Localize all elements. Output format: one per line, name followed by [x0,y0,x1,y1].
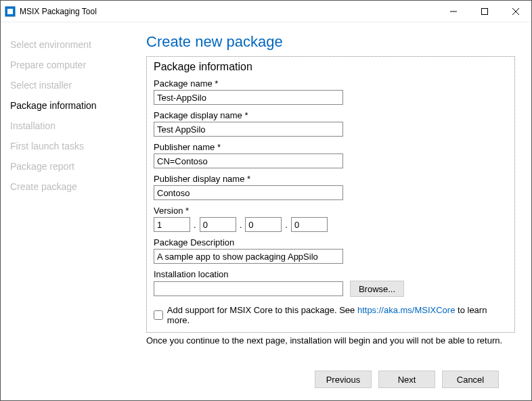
continue-note: Once you continue to the next page, inst… [146,335,515,346]
svg-rect-3 [482,8,488,14]
package-info-panel: Package information Package name * Packa… [146,56,515,333]
browse-button[interactable]: Browse... [350,281,404,297]
sidebar-item-select-environment[interactable]: Select environment [10,34,123,55]
page-title: Create new package [146,33,515,51]
msix-core-text: Add support for MSIX Core to this packag… [167,305,508,325]
cancel-button[interactable]: Cancel [442,371,499,388]
msix-core-checkbox[interactable] [154,310,163,320]
sidebar: Select environment Prepare computer Sele… [1,22,133,400]
sidebar-item-package-information[interactable]: Package information [10,95,123,116]
sidebar-item-package-report[interactable]: Package report [10,156,123,176]
version-row: . . . [154,217,508,232]
minimize-button[interactable] [438,1,469,22]
next-button[interactable]: Next [378,371,435,388]
msix-core-prefix: Add support for MSIX Core to this packag… [167,305,357,315]
msix-core-row: Add support for MSIX Core to this packag… [154,305,508,325]
version-minor-input[interactable] [200,217,236,232]
install-location-label: Installation location [154,269,508,279]
window-title: MSIX Packaging Tool [20,7,438,16]
main-content: Create new package Package information P… [133,22,531,400]
window-body: Select environment Prepare computer Sele… [1,22,531,400]
section-title: Package information [154,61,508,73]
publisher-name-label: Publisher name * [154,142,508,152]
svg-rect-1 [7,9,13,14]
package-name-input[interactable] [154,90,343,105]
footer: Previous Next Cancel [146,361,515,400]
publisher-name-input[interactable] [154,154,343,168]
sidebar-item-first-launch-tasks[interactable]: First launch tasks [10,136,123,156]
sidebar-item-prepare-computer[interactable]: Prepare computer [10,55,123,75]
version-dot: . [193,220,197,230]
sidebar-item-create-package[interactable]: Create package [10,176,123,197]
sidebar-item-select-installer[interactable]: Select installer [10,75,123,95]
version-dot: . [239,220,243,230]
install-location-input[interactable] [154,281,343,296]
description-label: Package Description [154,237,508,247]
previous-button[interactable]: Previous [315,371,372,388]
version-major-input[interactable] [154,217,190,232]
description-input[interactable] [154,249,343,264]
package-name-label: Package name * [154,78,508,89]
version-revision-input[interactable] [291,217,328,232]
install-location-row: Browse... [154,281,508,297]
display-name-input[interactable] [154,122,343,137]
publisher-display-input[interactable] [154,185,343,200]
display-name-label: Package display name * [154,110,508,120]
app-icon [5,6,16,17]
sidebar-item-installation[interactable]: Installation [10,116,123,136]
close-button[interactable] [500,1,531,22]
msix-core-link[interactable]: https://aka.ms/MSIXCore [357,305,456,315]
publisher-display-label: Publisher display name * [154,174,508,184]
version-build-input[interactable] [245,217,282,232]
version-dot: . [284,220,288,230]
version-label: Version * [154,206,508,216]
app-window: MSIX Packaging Tool Select environment P… [0,0,532,401]
maximize-button[interactable] [469,1,500,22]
titlebar: MSIX Packaging Tool [1,1,531,22]
window-controls [438,1,531,22]
